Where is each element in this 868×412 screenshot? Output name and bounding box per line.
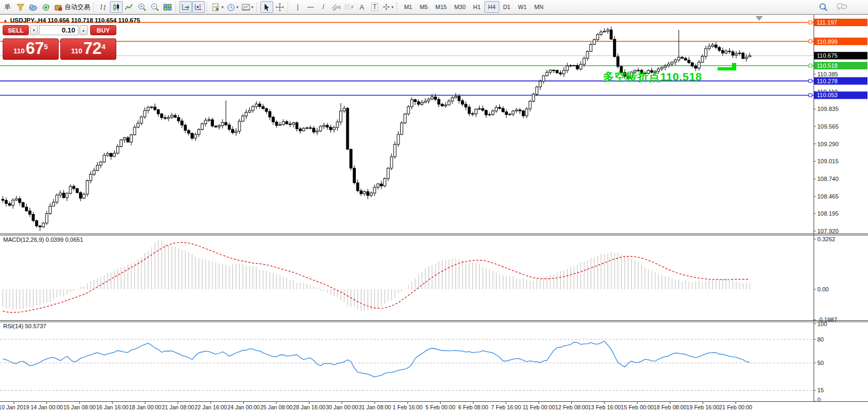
level-line-handle[interactable] bbox=[809, 40, 812, 43]
tile-windows-button[interactable] bbox=[161, 1, 174, 13]
level-line-handle[interactable] bbox=[809, 80, 812, 83]
auto-trading-label: 自动交易 bbox=[65, 3, 90, 12]
text-label-tool-button[interactable]: T bbox=[368, 1, 381, 13]
candle-body bbox=[133, 127, 136, 134]
candle-body bbox=[309, 128, 312, 128]
data-window-icon[interactable] bbox=[27, 1, 39, 13]
candle-body bbox=[49, 206, 52, 213]
timeframe-m5[interactable]: M5 bbox=[416, 1, 432, 13]
level-line-handle[interactable] bbox=[809, 93, 812, 97]
price-tick-label: 109.290 bbox=[817, 141, 839, 147]
candle-body bbox=[29, 211, 31, 214]
candle-body bbox=[214, 126, 217, 127]
chart-shift-marker[interactable] bbox=[755, 16, 763, 21]
time-tick-label: 30 Jan 00:00 bbox=[326, 404, 359, 410]
candle-body bbox=[262, 107, 265, 109]
candle-body bbox=[140, 117, 143, 123]
text-tool-button[interactable]: A bbox=[355, 1, 368, 13]
time-axis[interactable]: 10 Jan 201914 Jan 00:0015 Jan 08:0016 Ja… bbox=[0, 402, 752, 410]
timeframe-w1[interactable]: W1 bbox=[514, 1, 531, 13]
chart-canvas[interactable]: 110.385110.110109.835109.565109.290109.0… bbox=[0, 0, 868, 412]
volume-input[interactable] bbox=[39, 25, 78, 35]
chat-icon[interactable] bbox=[835, 1, 849, 13]
candle-body bbox=[711, 45, 714, 46]
cursor-tool-button[interactable] bbox=[260, 1, 273, 13]
new-order-button[interactable]: 单 bbox=[1, 1, 14, 13]
equidistant-channel-tool-button[interactable]: E bbox=[330, 1, 343, 13]
zoom-in-button[interactable] bbox=[136, 1, 148, 13]
candle-body bbox=[225, 123, 227, 125]
sell-price-box[interactable]: 110675 bbox=[3, 38, 59, 60]
toolbar-grip bbox=[288, 2, 290, 12]
zoom-out-button[interactable] bbox=[148, 1, 161, 13]
time-tick-label: 24 Jan 00:00 bbox=[227, 404, 260, 410]
candle-body bbox=[465, 104, 467, 107]
candle-body bbox=[93, 170, 95, 174]
candle-body bbox=[492, 111, 495, 114]
candle-body bbox=[356, 183, 359, 191]
candle-body bbox=[701, 56, 704, 62]
candle-body bbox=[103, 155, 106, 162]
candle-body bbox=[343, 108, 346, 111]
timeframe-m30[interactable]: M30 bbox=[450, 1, 469, 13]
line-chart-type-button[interactable] bbox=[123, 1, 136, 13]
timeframe-d1[interactable]: D1 bbox=[499, 1, 514, 13]
time-tick-label: 31 Jan 08:00 bbox=[359, 404, 391, 410]
candle-body bbox=[586, 51, 589, 58]
macd-pane[interactable] bbox=[3, 240, 750, 313]
timeframe-m15[interactable]: M15 bbox=[432, 1, 450, 13]
price-axis[interactable]: 110.385110.110109.835109.565109.290109.0… bbox=[814, 15, 867, 403]
fibonacci-tool-button[interactable]: F bbox=[343, 1, 355, 13]
vertical-line-tool-button[interactable]: | bbox=[291, 1, 304, 13]
chart-shift-button[interactable] bbox=[192, 1, 205, 13]
arrows-tool-button[interactable]: ▾ bbox=[381, 1, 395, 13]
level-line-handle[interactable] bbox=[809, 21, 812, 24]
auto-scroll-button[interactable] bbox=[179, 1, 192, 13]
crosshair-tool-button[interactable] bbox=[273, 1, 286, 13]
turning-point-annotation[interactable]: 多空转折点110.518 bbox=[603, 69, 702, 84]
sell-button[interactable]: SELL bbox=[3, 25, 29, 35]
price-pane[interactable] bbox=[0, 16, 814, 231]
volume-down-button[interactable]: ▾ bbox=[30, 25, 38, 35]
candle-body bbox=[201, 124, 204, 130]
auto-trading-button[interactable]: 自动交易 bbox=[52, 1, 92, 13]
candle-body bbox=[76, 188, 78, 193]
price-tick-label: 108.740 bbox=[817, 176, 839, 182]
candle-body bbox=[147, 107, 149, 110]
level-line-handle[interactable] bbox=[809, 64, 812, 67]
candle-body bbox=[391, 157, 393, 168]
candle-body bbox=[543, 76, 545, 81]
candle-body bbox=[5, 200, 7, 203]
strategy-tester-icon[interactable] bbox=[39, 1, 52, 13]
timeframe-mn[interactable]: MN bbox=[530, 1, 547, 13]
trendline-tool-button[interactable]: / bbox=[317, 1, 330, 13]
templates-button[interactable]: ▾ bbox=[240, 1, 255, 13]
candle-body bbox=[289, 124, 291, 124]
candle-body bbox=[55, 195, 58, 202]
bar-chart-type-button[interactable] bbox=[97, 1, 110, 13]
indicators-button[interactable]: ▾ bbox=[210, 1, 225, 13]
candle-body bbox=[431, 97, 434, 99]
candlestick-chart-type-button[interactable] bbox=[110, 1, 123, 13]
green-zone-marker-riser[interactable] bbox=[732, 63, 736, 70]
rsi-pane[interactable] bbox=[0, 339, 814, 391]
candle-body bbox=[90, 174, 92, 180]
timeframe-h4[interactable]: H4 bbox=[484, 1, 499, 13]
timeframe-h1[interactable]: H1 bbox=[469, 1, 484, 13]
time-tick-label: 21 Jan 08:00 bbox=[162, 404, 194, 410]
candle-body bbox=[292, 123, 295, 124]
volume-up-button[interactable]: ▴ bbox=[79, 25, 87, 35]
time-tick-label: 15 Jan 08:00 bbox=[63, 404, 96, 410]
rsi-tick-label: 15 bbox=[817, 387, 824, 393]
buy-price-box[interactable]: 110724 bbox=[60, 38, 116, 60]
collapse-panel-icon[interactable]: ▲ bbox=[3, 18, 7, 23]
candle-body bbox=[681, 57, 683, 58]
periods-button[interactable]: ▾ bbox=[225, 1, 240, 13]
buy-button[interactable]: BUY bbox=[90, 25, 116, 35]
timeframe-m1[interactable]: M1 bbox=[400, 1, 416, 13]
search-icon[interactable] bbox=[817, 1, 830, 13]
toolbar-right-group bbox=[817, 1, 849, 13]
candle-body bbox=[137, 123, 139, 127]
horizontal-line-tool-button[interactable]: — bbox=[304, 1, 317, 13]
market-watch-icon[interactable] bbox=[14, 1, 27, 13]
